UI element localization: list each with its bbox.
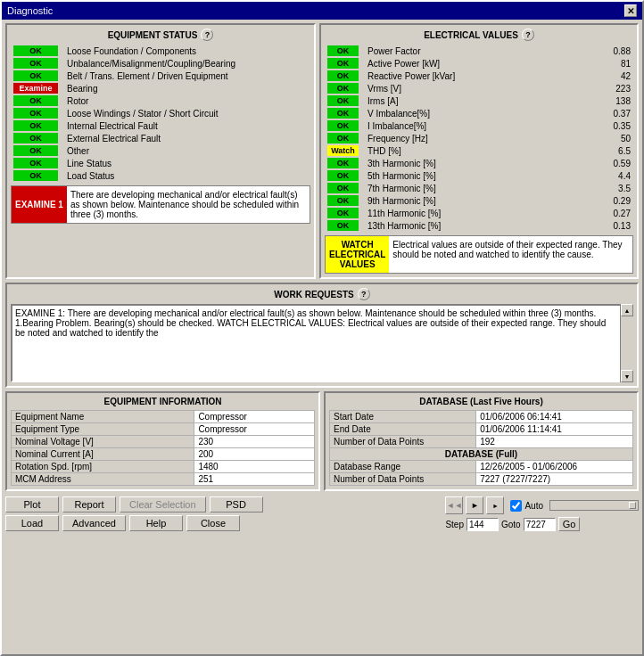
ev-status-badge: OK: [327, 70, 359, 81]
equipment-info-row: MCM Address 251: [12, 473, 315, 486]
equipment-status-row: OK Loose Windings / Stator / Short Circu…: [11, 107, 310, 119]
main-content: EQUIPMENT STATUS ? OK Loose Foundation /…: [2, 20, 642, 654]
load-button[interactable]: Load: [5, 515, 59, 531]
close-window-button[interactable]: ✕: [624, 4, 637, 17]
ev-status-badge: Watch: [327, 145, 359, 156]
equipment-status-row: OK Load Status: [11, 169, 310, 182]
equipment-status-table: OK Loose Foundation / Components OK Unba…: [11, 45, 310, 182]
electrical-values-header: ELECTRICAL VALUES ?: [325, 29, 633, 41]
electrical-value-row: OK 13th Harmonic [%] 0.13: [325, 219, 633, 232]
work-requests-scrollbar: ▲ ▼: [620, 304, 633, 382]
info-label: Rotation Spd. [rpm]: [12, 461, 194, 473]
go-button[interactable]: Go: [558, 517, 581, 531]
ev-label: 3th Harmonic [%]: [365, 157, 602, 169]
database-row: Number of Data Points 192: [330, 436, 633, 448]
database-full-header: DATABASE (Full): [330, 448, 633, 461]
status-badge: OK: [13, 170, 58, 181]
diagnostic-window: Diagnostic ✕ EQUIPMENT STATUS ? OK Loose…: [0, 0, 644, 656]
info-label: Nominal Current [A]: [12, 448, 194, 461]
electrical-value-row: OK Vrms [V] 223: [325, 82, 633, 94]
equipment-status-header: EQUIPMENT STATUS ?: [11, 29, 310, 41]
scroll-up-button[interactable]: ▲: [621, 304, 633, 316]
status-label: Other: [64, 144, 310, 157]
equipment-status-row: OK Line Status: [11, 157, 310, 169]
ev-label: I Imbalance[%]: [365, 119, 602, 132]
ev-status-badge: OK: [327, 183, 359, 193]
electrical-values-panel: ELECTRICAL VALUES ? OK Power Factor 0.88…: [319, 23, 639, 279]
db-label: End Date: [330, 423, 476, 436]
ev-label: Reactive Power [kVar]: [365, 70, 602, 82]
db-full-value: 7227 (7227/7227): [476, 473, 633, 486]
equipment-status-panel: EQUIPMENT STATUS ? OK Loose Foundation /…: [5, 23, 316, 279]
ev-status-badge: OK: [327, 120, 359, 131]
info-label: Equipment Name: [12, 411, 194, 423]
nav-first-button[interactable]: ◄◄: [445, 496, 463, 514]
equipment-status-summary: EXAMINE 1 There are developing mechanica…: [11, 185, 310, 224]
nav-prev-button[interactable]: ►: [466, 496, 483, 514]
equipment-status-row: OK Other: [11, 144, 310, 157]
database-full-row: Number of Data Points 7227 (7227/7227): [330, 473, 633, 486]
database-row: End Date 01/06/2006 11:14:41: [330, 423, 633, 436]
ev-value: 3.5: [602, 182, 633, 194]
electrical-value-row: OK 5th Harmonic [%] 4.4: [325, 169, 633, 182]
ev-value: 0.13: [602, 219, 633, 232]
psd-button[interactable]: PSD: [210, 496, 263, 512]
advanced-button[interactable]: Advanced: [62, 515, 126, 531]
equipment-info-row: Equipment Name Compressor: [12, 411, 315, 423]
title-bar: Diagnostic ✕: [2, 2, 642, 20]
clear-selection-button[interactable]: Clear Selection: [120, 496, 206, 512]
help-button[interactable]: Help: [129, 515, 183, 531]
auto-checkbox[interactable]: [510, 500, 522, 512]
electrical-value-row: OK Irms [A] 138: [325, 94, 633, 107]
electrical-values-help-button[interactable]: ?: [522, 29, 534, 41]
nav-controls: ◄◄ ► ► Auto Step Goto Go: [445, 496, 639, 531]
status-label: Bearing: [64, 82, 310, 94]
electrical-value-row: OK 3th Harmonic [%] 0.59: [325, 157, 633, 169]
ev-value: 6.5: [602, 144, 633, 157]
database-full-row: Database Range 12/26/2005 - 01/06/2006: [330, 461, 633, 473]
work-requests-help-button[interactable]: ?: [358, 288, 370, 300]
info-label: Equipment Type: [12, 423, 194, 436]
step-input[interactable]: [466, 518, 499, 531]
status-label: Unbalance/Misalignment/Coupling/Bearing: [64, 57, 310, 70]
scroll-down-button[interactable]: ▼: [621, 370, 633, 382]
database-header: DATABASE (Last Five Hours): [329, 397, 633, 406]
status-label: Line Status: [64, 157, 310, 169]
close-button[interactable]: Close: [186, 515, 240, 531]
ev-value: 0.88: [602, 45, 633, 57]
db-value: 01/06/2006 06:14:41: [476, 411, 633, 423]
equipment-status-row: OK Unbalance/Misalignment/Coupling/Beari…: [11, 57, 310, 70]
ev-label: 13th Harmonic [%]: [365, 219, 602, 232]
bottom-panels-row: EQUIPMENT INFORMATION Equipment Name Com…: [5, 391, 639, 491]
equipment-status-row: OK Rotor: [11, 94, 310, 107]
report-button[interactable]: Report: [62, 496, 116, 512]
ev-value: 0.37: [602, 107, 633, 119]
watch-electrical-text: Electrical values are outside of their e…: [389, 236, 632, 273]
ev-label: Active Power [kW]: [365, 57, 602, 70]
plot-button[interactable]: Plot: [5, 496, 59, 512]
status-label: Internal Electrical Fault: [64, 119, 310, 132]
db-full-value: 12/26/2005 - 01/06/2006: [476, 461, 633, 473]
ev-status-badge: OK: [327, 195, 359, 206]
equipment-status-help-button[interactable]: ?: [201, 29, 213, 41]
equipment-information-panel: EQUIPMENT INFORMATION Equipment Name Com…: [5, 391, 320, 491]
goto-input[interactable]: [524, 518, 556, 531]
ev-status-badge: OK: [327, 208, 359, 218]
status-badge: OK: [13, 58, 58, 69]
electrical-values-table: OK Power Factor 0.88 OK Active Power [kW…: [325, 45, 633, 232]
status-label: Belt / Trans. Element / Driven Equipment: [64, 70, 310, 82]
db-value: 01/06/2006 11:14:41: [476, 423, 633, 436]
nav-next-button[interactable]: ►: [486, 496, 504, 514]
db-full-label: Number of Data Points: [330, 473, 476, 486]
info-value: 230: [194, 436, 315, 448]
ev-status-badge: OK: [327, 133, 359, 144]
ev-label: V Imbalance[%]: [365, 107, 602, 119]
goto-label: Goto: [501, 520, 521, 529]
watch-electrical-badge: WATCH ELECTRICAL VALUES: [326, 236, 389, 273]
db-label: Number of Data Points: [330, 436, 476, 448]
ev-label: Power Factor: [365, 45, 602, 57]
button-row-2: Load Advanced Help Close: [5, 515, 442, 531]
ev-value: 4.4: [602, 169, 633, 182]
nav-slider[interactable]: [549, 500, 639, 511]
work-requests-content: EXAMINE 1: There are developing mechanic…: [11, 304, 633, 382]
